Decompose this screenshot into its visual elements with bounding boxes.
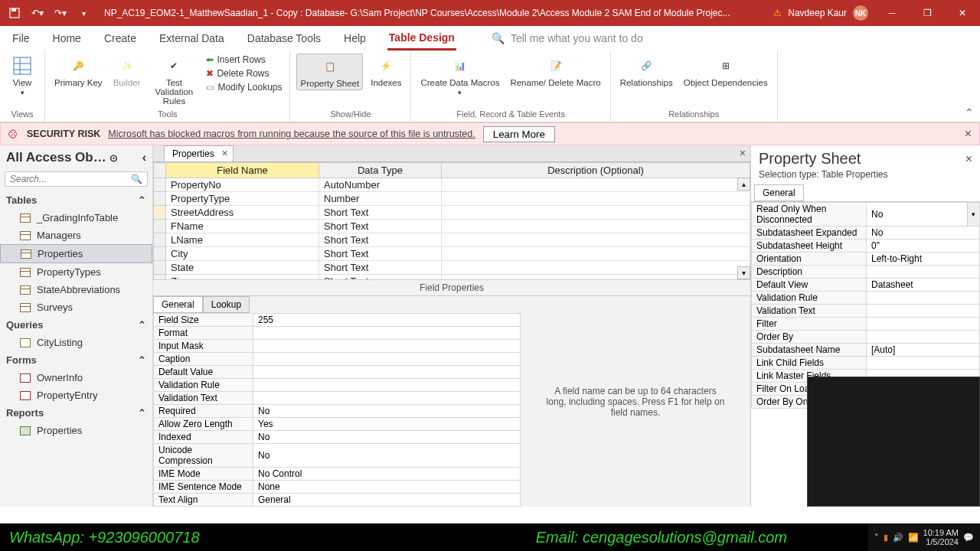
relationships-button[interactable]: 🔗Relationships <box>617 54 676 89</box>
propsheet-row[interactable]: Subdatasheet ExpandedNo <box>752 227 980 240</box>
nav-header[interactable]: All Access Ob… ⊙ ‹ <box>0 145 152 170</box>
security-message[interactable]: Microsoft has blocked macros from runnin… <box>108 129 475 139</box>
fieldprop-row[interactable]: Validation Text <box>154 392 521 405</box>
nav-item-managers[interactable]: Managers <box>0 227 152 244</box>
field-row[interactable]: PropertyTypeNumber <box>154 192 750 206</box>
search-input[interactable] <box>10 174 131 184</box>
field-row[interactable]: LNameShort Text <box>154 233 750 247</box>
notifications-icon[interactable]: 💬 <box>963 533 974 543</box>
nav-item-properties[interactable]: Properties <box>0 422 152 439</box>
object-dependencies-button[interactable]: ⊞Object Dependencies <box>681 54 771 89</box>
wifi-icon[interactable]: 📶 <box>908 533 919 543</box>
nav-search[interactable]: 🔍 <box>5 171 148 187</box>
col-field-name[interactable]: Field Name <box>166 163 319 178</box>
collapse-nav-icon[interactable]: ‹ <box>142 151 146 165</box>
close-propsheet-icon[interactable]: × <box>965 152 972 166</box>
undo-icon[interactable]: ↶▾ <box>28 3 47 23</box>
field-row[interactable]: FNameShort Text <box>154 220 750 233</box>
collapse-ribbon-icon[interactable]: ⌃ <box>965 106 974 119</box>
fieldprop-row[interactable]: Allow Zero LengthYes <box>154 418 521 431</box>
property-sheet-button[interactable]: 📋Property Sheet <box>296 54 363 90</box>
propsheet-row[interactable]: Default ViewDatasheet <box>752 279 980 292</box>
nav-item-propertytypes[interactable]: PropertyTypes <box>0 263 152 281</box>
propsheet-row[interactable]: Subdatasheet Name[Auto] <box>752 344 980 357</box>
tell-me-search[interactable]: 🔍 Tell me what you want to do <box>492 32 643 44</box>
row-selector[interactable] <box>154 261 166 275</box>
dropdown-icon[interactable]: ▾ <box>967 203 979 226</box>
tab-external-data[interactable]: External Data <box>158 28 226 49</box>
field-grid[interactable]: Field Name Data Type Description (Option… <box>153 162 750 280</box>
propsheet-row[interactable]: Read Only When DisconnectedNo▾ <box>752 203 980 227</box>
field-row[interactable]: StreetAddressShort Text <box>154 206 750 220</box>
redo-icon[interactable]: ↷▾ <box>51 3 70 23</box>
fieldprop-row[interactable]: Field Size255 <box>154 314 521 327</box>
close-security-icon[interactable]: × <box>965 127 972 141</box>
field-row[interactable]: PropertyNoAutoNumber <box>154 178 750 192</box>
cat-reports[interactable]: Reports⌃ <box>0 404 152 422</box>
nav-item-propertyentry[interactable]: PropertyEntry <box>0 386 152 404</box>
tab-home[interactable]: Home <box>51 28 83 49</box>
nav-item-ownerinfo[interactable]: OwnerInfo <box>0 369 152 386</box>
user-name[interactable]: Navdeep Kaur <box>788 8 847 18</box>
avatar[interactable]: NK <box>853 5 868 21</box>
row-selector[interactable] <box>154 220 166 233</box>
row-selector-header[interactable] <box>154 163 166 178</box>
warning-icon[interactable]: ⚠ <box>773 8 782 18</box>
volume-icon[interactable]: 🔊 <box>893 533 903 543</box>
fieldprop-row[interactable]: Unicode CompressionNo <box>154 444 521 468</box>
row-selector[interactable] <box>154 178 166 192</box>
doc-tab-properties[interactable]: Properties ✕ <box>164 145 234 161</box>
close-button[interactable]: ✕ <box>945 0 980 26</box>
builder-button[interactable]: ✨Builder <box>110 54 144 89</box>
row-selector[interactable] <box>154 206 166 220</box>
fptab-lookup[interactable]: Lookup <box>203 296 250 313</box>
tab-database-tools[interactable]: Database Tools <box>246 28 322 49</box>
fieldprop-row[interactable]: RequiredNo <box>154 405 521 418</box>
learn-more-button[interactable]: Learn More <box>483 126 555 142</box>
insert-rows-button[interactable]: ⬅Insert Rows <box>204 54 283 66</box>
col-description[interactable]: Description (Optional) <box>442 163 750 178</box>
delete-rows-button[interactable]: ✖Delete Rows <box>204 67 283 80</box>
modify-lookups-button[interactable]: ▭Modify Lookups <box>204 81 283 93</box>
propsheet-row[interactable]: Filter <box>752 318 980 331</box>
tab-table-design[interactable]: Table Design <box>387 27 456 51</box>
tab-file[interactable]: File <box>11 28 31 49</box>
field-row[interactable]: CityShort Text <box>154 247 750 261</box>
tray-up-icon[interactable]: ˄ <box>874 533 879 543</box>
fieldprop-row[interactable]: Format <box>154 327 521 340</box>
nav-item-surveys[interactable]: Surveys <box>0 298 152 316</box>
row-selector[interactable] <box>154 247 166 261</box>
cat-queries[interactable]: Queries⌃ <box>0 316 152 334</box>
field-row[interactable]: StateShort Text <box>154 261 750 275</box>
propsheet-row[interactable]: Link Child Fields <box>752 357 980 370</box>
qat-more-icon[interactable]: ▾ <box>74 3 93 23</box>
fieldprop-row[interactable]: IndexedNo <box>154 431 521 444</box>
nav-item-stateabbreviations[interactable]: StateAbbreviations <box>0 281 152 298</box>
propsheet-row[interactable]: Validation Rule <box>752 292 980 305</box>
nav-item-properties[interactable]: Properties <box>0 244 152 263</box>
propsheet-row[interactable]: Subdatasheet Height0" <box>752 240 980 253</box>
pstab-general[interactable]: General <box>754 184 804 201</box>
propsheet-row[interactable]: Validation Text <box>752 305 980 318</box>
nav-item-_gradinginfotable[interactable]: _GradingInfoTable <box>0 209 152 227</box>
nav-item-citylisting[interactable]: CityListing <box>0 334 152 351</box>
cat-forms[interactable]: Forms⌃ <box>0 351 152 369</box>
close-tab-icon[interactable]: ✕ <box>221 148 228 158</box>
search-icon[interactable]: 🔍 <box>131 174 142 184</box>
fieldprop-row[interactable]: Text AlignGeneral <box>154 494 521 507</box>
fieldprop-row[interactable]: IME ModeNo Control <box>154 468 521 481</box>
cat-tables[interactable]: Tables⌃ <box>0 191 152 209</box>
propsheet-row[interactable]: Order By <box>752 331 980 344</box>
primary-key-button[interactable]: 🔑Primary Key <box>51 54 106 89</box>
rename-delete-macro-button[interactable]: 📝Rename/ Delete Macro <box>507 54 603 89</box>
tab-help[interactable]: Help <box>342 28 368 49</box>
fieldprop-row[interactable]: Validation Rule <box>154 379 521 392</box>
row-selector[interactable] <box>154 233 166 247</box>
row-selector[interactable] <box>154 275 166 281</box>
fieldprop-row[interactable]: Caption <box>154 353 521 366</box>
field-row[interactable]: ZipShort Text <box>154 275 750 281</box>
fieldprop-row[interactable]: Input Mask <box>154 340 521 353</box>
save-icon[interactable] <box>5 3 24 23</box>
propsheet-row[interactable]: Description <box>752 266 980 279</box>
minimize-button[interactable]: ─ <box>874 0 910 26</box>
